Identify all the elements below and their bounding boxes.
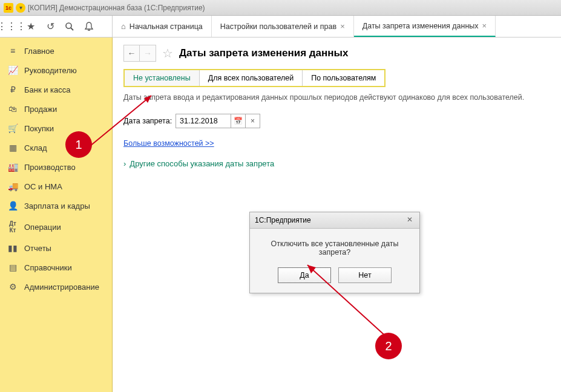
sidebar-item-purchases[interactable]: 🛒Покупки (0, 119, 112, 138)
cart-icon: 🛒 (7, 123, 18, 133)
other-methods-expander[interactable]: › Другие способы указания даты запрета (123, 159, 550, 168)
gear-icon: ⚙ (7, 282, 18, 292)
forward-button[interactable]: → (140, 45, 156, 61)
date-input[interactable] (176, 115, 231, 127)
date-label: Дата запрета: (123, 117, 172, 125)
svg-line-1 (71, 28, 73, 30)
search-icon[interactable] (64, 21, 75, 32)
ruble-icon: ₽ (7, 85, 18, 94)
sidebar-item-manager[interactable]: 📈Руководителю (0, 60, 112, 80)
sidebar-item-label: Продажи (24, 105, 57, 114)
sidebar-item-admin[interactable]: ⚙Администрирование (0, 277, 112, 296)
sidebar-item-reference[interactable]: ▤Справочники (0, 258, 112, 277)
tab-settings[interactable]: Настройки пользователей и прав × (212, 16, 354, 37)
sidebar-item-label: Администрирование (24, 283, 99, 292)
sidebar-item-label: Руководителю (24, 66, 77, 75)
sidebar-item-label: Покупки (24, 124, 54, 133)
tab-strip: ⌂ Начальная страница Настройки пользоват… (113, 16, 496, 37)
expander-label: Другие способы указания даты запрета (130, 159, 274, 168)
boxes-icon: ▦ (7, 143, 18, 152)
chart-line-icon: 📈 (7, 65, 18, 75)
toolbar-left: ⋮⋮⋮ ★ ↺ (0, 16, 113, 37)
bell-icon[interactable] (84, 21, 94, 32)
sidebar-item-label: Производство (24, 163, 76, 172)
calendar-icon[interactable]: 📅 (231, 114, 245, 128)
person-icon: 👤 (7, 201, 18, 211)
sidebar-item-label: ОС и НМА (24, 182, 62, 191)
toolbar: ⋮⋮⋮ ★ ↺ ⌂ Начальная страница Настройки п… (0, 16, 561, 38)
favorite-icon[interactable]: ☆ (162, 46, 173, 60)
menu-icon: ≡ (7, 46, 18, 56)
tab-home[interactable]: ⌂ Начальная страница (113, 16, 212, 37)
dialog-close-button[interactable]: ✕ (405, 215, 415, 225)
window-title: [КОПИЯ] Демонстрационная база (1С:Предпр… (28, 4, 205, 12)
back-button[interactable]: ← (124, 45, 140, 61)
chevron-right-icon: › (123, 159, 126, 168)
confirm-dialog: 1С:Предприятие ✕ Отключить все установле… (249, 212, 420, 293)
apps-icon[interactable]: ⋮⋮⋮ (6, 21, 17, 32)
more-options-link[interactable]: Больше возможностей >> (123, 139, 214, 148)
sidebar-item-assets[interactable]: 🚚ОС и НМА (0, 177, 112, 196)
window-titlebar: 1c ▾ [КОПИЯ] Демонстрационная база (1С:П… (0, 0, 561, 16)
operations-icon: ДтКт (7, 220, 18, 234)
book-icon: ▤ (7, 263, 18, 272)
tab-dates[interactable]: Даты запрета изменения данных × (354, 16, 496, 37)
bar-chart-icon: ▮▮ (7, 243, 18, 253)
description-text: Даты запрета ввода и редактирования данн… (123, 93, 550, 102)
close-icon[interactable]: × (482, 21, 487, 30)
no-button[interactable]: Нет (338, 267, 392, 283)
yes-button[interactable]: Да (278, 267, 331, 283)
sidebar-item-label: Справочники (24, 263, 72, 272)
sidebar-item-label: Отчеты (24, 244, 51, 253)
tab-home-label: Начальная страница (130, 22, 203, 31)
star-icon[interactable]: ★ (25, 21, 36, 32)
home-icon: ⌂ (121, 22, 126, 31)
bag-icon: 🛍 (7, 104, 18, 114)
date-field: 📅 × (176, 114, 260, 128)
sidebar-item-warehouse[interactable]: ▦Склад (0, 138, 112, 157)
tab-dates-label: Даты запрета изменения данных (363, 22, 479, 30)
dialog-message: Отключить все установленные даты запрета… (250, 229, 419, 261)
sidebar-item-label: Зарплата и кадры (24, 201, 90, 211)
sidebar-item-label: Операции (24, 223, 61, 232)
tab-settings-label: Настройки пользователей и прав (220, 22, 336, 31)
factory-icon: 🏭 (7, 162, 18, 172)
history-icon[interactable]: ↺ (45, 21, 56, 32)
nav-group: ← → (123, 45, 156, 62)
sidebar-item-label: Главное (24, 47, 54, 56)
svg-point-0 (66, 23, 71, 28)
sidebar-item-operations[interactable]: ДтКтОперации (0, 215, 112, 238)
sidebar-item-payroll[interactable]: 👤Зарплата и кадры (0, 196, 112, 215)
dropdown-icon[interactable]: ▾ (16, 3, 25, 13)
sidebar-item-label: Банк и касса (24, 85, 71, 94)
seg-not-set[interactable]: Не установлены (125, 70, 200, 86)
sidebar-item-bank[interactable]: ₽Банк и касса (0, 80, 112, 99)
seg-all-users[interactable]: Для всех пользователей (200, 70, 303, 86)
sidebar: ≡Главное 📈Руководителю ₽Банк и касса 🛍Пр… (0, 38, 113, 392)
clear-date-button[interactable]: × (245, 114, 260, 128)
sidebar-item-sales[interactable]: 🛍Продажи (0, 99, 112, 119)
sidebar-item-production[interactable]: 🏭Производство (0, 157, 112, 177)
dialog-title: 1С:Предприятие (255, 216, 311, 224)
app-logo-icon: 1c (4, 3, 13, 13)
sidebar-item-label: Склад (24, 143, 47, 152)
sidebar-item-reports[interactable]: ▮▮Отчеты (0, 238, 112, 258)
mode-segmented: Не установлены Для всех пользователей По… (123, 69, 385, 87)
close-icon[interactable]: × (340, 22, 345, 31)
truck-icon: 🚚 (7, 181, 18, 191)
seg-by-users[interactable]: По пользователям (303, 70, 384, 86)
sidebar-item-main[interactable]: ≡Главное (0, 41, 112, 60)
page-title: Даты запрета изменения данных (179, 47, 349, 59)
